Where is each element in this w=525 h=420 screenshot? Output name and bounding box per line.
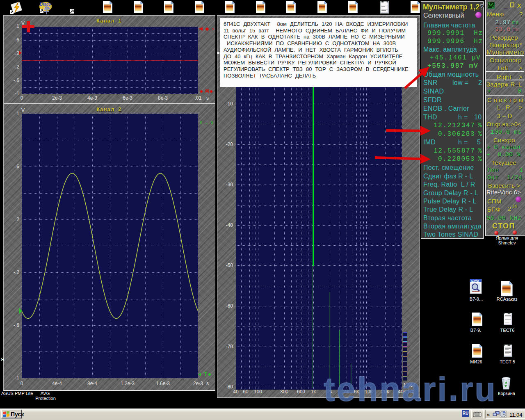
svg-text:MV: MV: [44, 6, 51, 11]
svg-text:DJVU: DJVU: [471, 279, 479, 282]
